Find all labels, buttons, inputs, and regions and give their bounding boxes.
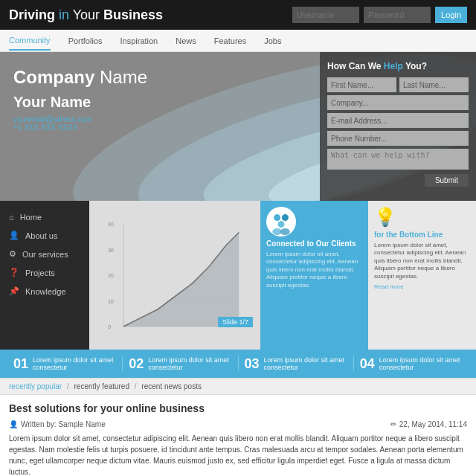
- first-name-input[interactable]: [327, 77, 396, 92]
- stripe-text-1: Lorem ipsum dolor sit amet consectetur: [33, 356, 116, 371]
- your-name: Your Name: [13, 94, 306, 111]
- svg-text:20: 20: [108, 273, 114, 278]
- sep1: /: [67, 382, 69, 390]
- home-icon: ⌂: [9, 213, 14, 222]
- question-icon: ❓: [9, 268, 19, 277]
- message-input[interactable]: [327, 149, 469, 170]
- form-title-help: Help: [384, 61, 403, 71]
- header: Driving in Your Business Login: [0, 0, 476, 30]
- stripe-item-1: 01 Lorem ipsum dolor sit amet consectetu…: [7, 356, 123, 371]
- author-icon: 👤: [9, 420, 18, 428]
- company-text: Company: [13, 67, 94, 87]
- panel-connected: Connected to Our Clients Lorem ipsum dol…: [260, 201, 368, 350]
- stripe-num-2: 02: [129, 357, 144, 370]
- blog-heading: Best solutions for your online business: [9, 402, 467, 414]
- panel-light-body: Lorem ipsum dolor sit amet, consectetur …: [374, 242, 470, 280]
- pin-icon: 📌: [9, 286, 19, 296]
- form-title-you: You?: [403, 61, 427, 71]
- phone-display: +1 XXX XXX XXXX: [13, 123, 306, 132]
- site-title: Driving in Your Business: [9, 7, 163, 23]
- navigation: Community Portfolios Inspiration News Fe…: [0, 30, 476, 52]
- sidebar-label-knowledge: Knowledge: [25, 287, 65, 296]
- svg-point-19: [272, 228, 282, 235]
- sidebar-label-about: About us: [25, 231, 57, 240]
- stripe-num-3: 03: [245, 357, 260, 370]
- panel-blue-read-more[interactable]: Read more: [266, 292, 362, 299]
- gear-icon: ⚙: [9, 249, 16, 259]
- panels-top: Connected to Our Clients Lorem ipsum dol…: [260, 201, 476, 350]
- hero-left: Company Name Your Name youremail@adress.…: [0, 52, 320, 201]
- sidebar: ⌂ Home 👤 About us ⚙ Our services ❓ Proje…: [0, 201, 89, 350]
- blog-meta: 👤 Written by: Sample Name ✏ 22, May 2014…: [9, 420, 467, 428]
- pencil-icon: ✏: [390, 420, 396, 428]
- hero-section: Company Name Your Name youremail@adress.…: [0, 52, 476, 201]
- stripe-text-2: Lorem ipsum dolor sit amet consectetur: [148, 356, 231, 371]
- nav-item-features[interactable]: Features: [214, 32, 246, 50]
- sidebar-item-about[interactable]: 👤 About us: [0, 226, 89, 245]
- stripe-num-1: 01: [13, 357, 28, 370]
- sidebar-item-home[interactable]: ⌂ Home: [0, 208, 89, 226]
- title-driving: Driving: [9, 7, 55, 22]
- nav-item-community[interactable]: Community: [9, 31, 51, 51]
- stripe-item-2: 02 Lorem ipsum dolor sit amet consectetu…: [123, 356, 238, 371]
- panel-light-title: for the Bottom Line: [374, 231, 470, 239]
- svg-text:10: 10: [108, 299, 114, 304]
- svg-point-16: [274, 214, 280, 221]
- recent-featured[interactable]: recently featured: [74, 382, 130, 390]
- sidebar-label-services: Our services: [22, 250, 68, 259]
- bulb-icon: 💡: [374, 207, 470, 228]
- blog-section: Best solutions for your online business …: [0, 395, 476, 476]
- recent-bar: recently popular / recently featured / r…: [0, 378, 476, 395]
- user-icon: 👤: [9, 231, 19, 240]
- title-business: Business: [100, 7, 163, 22]
- company-name: Name: [100, 67, 147, 87]
- email-input[interactable]: [327, 113, 469, 128]
- blue-stripe: 01 Lorem ipsum dolor sit amet consectetu…: [0, 350, 476, 378]
- recent-news[interactable]: recent news posts: [141, 382, 202, 390]
- submit-row: Submit: [327, 174, 469, 187]
- nav-item-portfolios[interactable]: Portfolios: [68, 32, 103, 50]
- stripe-text-4: Lorem ipsum dolor sit amet consectetur: [379, 356, 463, 371]
- panel-blue-title: Connected to Our Clients: [266, 239, 362, 248]
- last-name-input[interactable]: [399, 77, 469, 92]
- nav-item-inspiration[interactable]: Inspiration: [120, 32, 158, 50]
- phone-input[interactable]: [327, 131, 469, 146]
- svg-point-17: [282, 214, 289, 221]
- svg-text:0: 0: [108, 324, 111, 329]
- svg-marker-10: [123, 233, 239, 327]
- panel-blue-body: Lorem ipsum dolor sit amet, consectetur …: [266, 251, 362, 289]
- submit-button[interactable]: Submit: [425, 174, 469, 187]
- title-in: in: [55, 7, 73, 22]
- contact-form: How Can We Help You? Submit: [320, 52, 476, 201]
- sidebar-item-projects[interactable]: ❓ Projects: [0, 263, 89, 282]
- right-panels: Connected to Our Clients Lorem ipsum dol…: [260, 201, 476, 350]
- svg-point-18: [278, 221, 285, 228]
- email-display: youremail@adress.com: [13, 115, 306, 123]
- login-button[interactable]: Login: [435, 7, 467, 23]
- svg-point-20: [280, 228, 290, 235]
- title-your: Your: [73, 7, 100, 22]
- stripe-item-3: 03 Lorem ipsum dolor sit amet consectetu…: [239, 356, 354, 371]
- sidebar-label-home: Home: [20, 213, 42, 222]
- stripe-text-3: Lorem ipsum dolor sit amet consectetur: [264, 356, 347, 371]
- chart-panel: 0 10 20 30 40 Slide 1/7: [89, 201, 260, 350]
- sidebar-item-knowledge[interactable]: 📌 Knowledge: [0, 282, 89, 300]
- panel-light-read-more[interactable]: Read more: [374, 283, 470, 290]
- username-input[interactable]: [292, 7, 359, 23]
- nav-item-news[interactable]: News: [176, 32, 196, 50]
- blog-body: Lorem ipsum dolor sit amet, consectetur …: [9, 433, 467, 476]
- recent-popular[interactable]: recently popular: [9, 382, 62, 390]
- date-label: 22, May 2014, 11:14: [399, 420, 467, 428]
- middle-section: ⌂ Home 👤 About us ⚙ Our services ❓ Proje…: [0, 201, 476, 350]
- sidebar-item-services[interactable]: ⚙ Our services: [0, 245, 89, 263]
- nav-item-jobs[interactable]: Jobs: [264, 32, 281, 50]
- company-input[interactable]: [327, 95, 469, 110]
- sidebar-label-projects: Projects: [25, 268, 55, 277]
- form-title: How Can We Help You?: [327, 61, 469, 71]
- date-info: ✏ 22, May 2014, 11:14: [390, 420, 467, 428]
- password-input[interactable]: [364, 7, 431, 23]
- name-row: [327, 77, 469, 92]
- people-icon: [266, 207, 296, 237]
- stripe-num-4: 04: [360, 357, 375, 370]
- svg-text:40: 40: [108, 222, 114, 227]
